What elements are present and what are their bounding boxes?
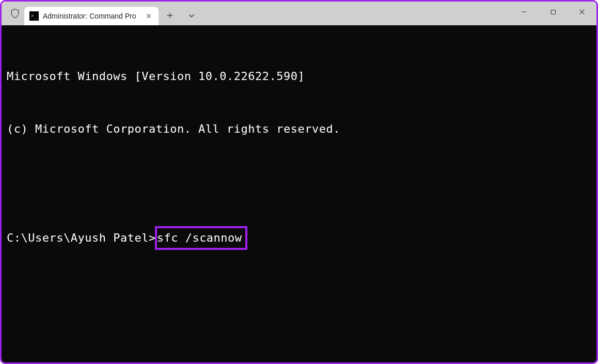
window-controls [510,2,596,22]
terminal-line-version: Microsoft Windows [Version 10.0.22622.59… [7,68,591,85]
cmd-icon: >_ [29,11,39,21]
close-window-button[interactable] [568,2,596,22]
blank-line [7,173,591,191]
terminal-line-copyright: (c) Microsoft Corporation. All rights re… [7,120,591,138]
tab-dropdown-button[interactable] [185,9,198,22]
maximize-button[interactable] [539,2,568,22]
minimize-button[interactable] [510,2,539,22]
terminal-window: >_ Administrator: Command Pro [0,0,598,364]
svg-rect-5 [551,10,555,14]
shield-icon [10,8,20,19]
tab-title: Administrator: Command Pro [43,12,140,20]
typed-command: sfc /scannow [157,231,242,244]
new-tab-button[interactable] [164,9,176,22]
command-highlight: sfc /scannow [155,226,247,250]
titlebar: >_ Administrator: Command Pro [2,2,596,25]
close-tab-button[interactable] [144,11,153,21]
terminal-prompt-line: C:\Users\Ayush Patel>sfc /scannow [7,226,591,250]
prompt-path: C:\Users\Ayush Patel> [7,231,156,244]
active-tab[interactable]: >_ Administrator: Command Pro [24,7,159,25]
tab-actions [164,9,198,22]
terminal-body[interactable]: Microsoft Windows [Version 10.0.22622.59… [2,25,596,362]
